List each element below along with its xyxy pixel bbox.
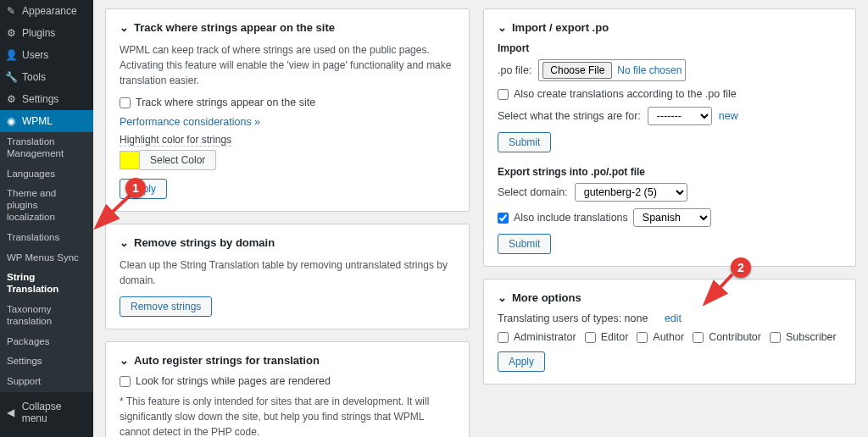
role-administrator[interactable]: Administrator: [498, 331, 576, 343]
sidebar-item-settings[interactable]: ⚙Settings: [0, 88, 93, 110]
auto-checkbox-row[interactable]: Look for strings while pages are rendere…: [120, 375, 455, 387]
box-title[interactable]: ⌄Remove strings by domain: [120, 236, 455, 249]
submenu-item-languages[interactable]: Languages: [0, 164, 93, 185]
users-icon: 👤: [5, 49, 17, 61]
import-export-box: ⌄Import / export .po Import .po file: Ch…: [483, 8, 856, 267]
color-swatch: [120, 151, 140, 169]
auto-checkbox[interactable]: [120, 376, 131, 387]
more-options-box: ⌄More options Translating users of types…: [483, 279, 856, 384]
role-checkbox-author[interactable]: [637, 332, 648, 343]
role-checkbox-editor[interactable]: [585, 332, 596, 343]
also-create-label: Also create translations according to th…: [514, 88, 737, 100]
chevron-down-icon: ⌄: [120, 236, 129, 249]
role-editor[interactable]: Editor: [585, 331, 629, 343]
po-file-label: .po file:: [498, 64, 531, 76]
marker-1: 1: [125, 178, 146, 198]
role-subscriber[interactable]: Subscriber: [770, 331, 837, 343]
chevron-down-icon: ⌄: [120, 21, 129, 34]
submenu-item-theme-and-plugins-localization[interactable]: Theme and plugins localization: [0, 184, 93, 227]
perf-link[interactable]: Performance considerations »: [120, 116, 260, 128]
box-title[interactable]: ⌄More options: [498, 291, 842, 304]
role-label: Subscriber: [786, 331, 837, 343]
track-checkbox-label: Track where strings appear on the site: [136, 97, 315, 108]
submenu-item-translation-management[interactable]: Translation Management: [0, 132, 93, 164]
export-section-label: Export strings into .po/.pot file: [498, 166, 842, 178]
role-label: Contributor: [709, 331, 761, 343]
remove-desc: Clean up the String Translation table by…: [120, 257, 455, 288]
appearance-icon: ✎: [5, 5, 17, 17]
lang-dropdown[interactable]: Spanish: [633, 208, 711, 227]
role-label: Administrator: [514, 331, 576, 343]
admin-sidebar: ✎Appearance⚙Plugins👤Users🔧Tools⚙Settings…: [0, 0, 93, 437]
track-desc: WPML can keep track of where strings are…: [120, 42, 455, 88]
remove-strings-button[interactable]: Remove strings: [120, 296, 212, 317]
edit-link[interactable]: edit: [665, 313, 682, 324]
choose-file-button[interactable]: Choose File: [542, 62, 612, 79]
collapse-menu[interactable]: ◀ Collapse menu: [0, 396, 93, 429]
auto-register-box: ⌄Auto register strings for translation L…: [105, 341, 470, 437]
role-label: Author: [653, 331, 684, 343]
sidebar-item-users[interactable]: 👤Users: [0, 44, 93, 66]
submenu-item-settings[interactable]: Settings: [0, 351, 93, 372]
box-title[interactable]: ⌄Import / export .po: [498, 21, 842, 34]
submit-import-button[interactable]: Submit: [498, 132, 551, 152]
remove-strings-box: ⌄Remove strings by domain Clean up the S…: [105, 224, 470, 329]
roles-row: AdministratorEditorAuthorContributorSubs…: [498, 331, 842, 343]
translating-label: Translating users of types: none: [498, 313, 648, 324]
role-checkbox-subscriber[interactable]: [770, 332, 781, 343]
auto-note: * This feature is only intended for site…: [120, 394, 455, 437]
collapse-icon: ◀: [5, 407, 17, 418]
track-strings-box: ⌄Track where strings appear on the site …: [105, 8, 470, 212]
wpml-icon: ◉: [5, 115, 17, 127]
sidebar-item-wpml[interactable]: ◉ WPML: [0, 110, 93, 132]
select-color-button[interactable]: Select Color: [140, 150, 216, 170]
track-checkbox-row[interactable]: Track where strings appear on the site: [120, 97, 455, 108]
collapse-label: Collapse menu: [22, 401, 88, 424]
tools-icon: 🔧: [5, 71, 17, 83]
highlight-label: Highlight color for strings: [120, 134, 231, 147]
also-create-row[interactable]: Also create translations according to th…: [498, 88, 842, 100]
submit-export-button[interactable]: Submit: [498, 234, 551, 254]
marker-2: 2: [731, 257, 751, 278]
select-what-label: Select what the strings are for:: [498, 110, 641, 122]
sidebar-label: Users: [22, 49, 48, 61]
role-checkbox-contributor[interactable]: [693, 332, 704, 343]
chevron-down-icon: ⌄: [498, 291, 507, 304]
submenu-item-translations[interactable]: Translations: [0, 228, 93, 248]
submenu-item-taxonomy-translation[interactable]: Taxonomy translation: [0, 300, 93, 332]
select-domain-dropdown[interactable]: gutenberg-2 (5): [575, 183, 687, 202]
track-checkbox[interactable]: [120, 97, 131, 108]
sidebar-label: Appearance: [22, 5, 77, 17]
submenu-item-string-translation[interactable]: String Translation: [0, 268, 93, 300]
sidebar-item-plugins[interactable]: ⚙Plugins: [0, 22, 93, 44]
box-title[interactable]: ⌄Track where strings appear on the site: [120, 21, 455, 34]
box-title[interactable]: ⌄Auto register strings for translation: [120, 354, 455, 367]
role-label: Editor: [601, 331, 629, 343]
also-include-row[interactable]: Also include translations Spanish: [498, 208, 842, 227]
sidebar-label: WPML: [22, 115, 53, 127]
also-create-checkbox[interactable]: [498, 89, 509, 100]
sidebar-label: Plugins: [22, 27, 55, 39]
also-include-checkbox[interactable]: [498, 213, 509, 224]
submenu-item-support[interactable]: Support: [0, 372, 93, 392]
file-input-wrap: Choose File No file chosen: [538, 59, 686, 81]
new-link[interactable]: new: [719, 110, 738, 122]
role-checkbox-administrator[interactable]: [498, 332, 509, 343]
submenu-item-packages[interactable]: Packages: [0, 332, 93, 352]
role-author[interactable]: Author: [637, 331, 684, 343]
no-file-label: No file chosen: [617, 64, 682, 76]
wpml-submenu: Translation ManagementLanguagesTheme and…: [0, 132, 93, 392]
submenu-item-wp-menus-sync[interactable]: WP Menus Sync: [0, 248, 93, 268]
plugins-icon: ⚙: [5, 27, 17, 39]
chevron-down-icon: ⌄: [120, 354, 129, 367]
role-contributor[interactable]: Contributor: [693, 331, 761, 343]
also-include-label: Also include translations: [514, 212, 628, 224]
sidebar-item-tools[interactable]: 🔧Tools: [0, 66, 93, 88]
select-domain-label: Select domain:: [498, 186, 568, 198]
chevron-down-icon: ⌄: [498, 21, 507, 34]
apply-more-button[interactable]: Apply: [498, 351, 545, 372]
main-content: ⌄Track where strings appear on the site …: [93, 0, 868, 437]
select-what-dropdown[interactable]: -------: [648, 107, 712, 125]
import-section-label: Import: [498, 42, 842, 54]
sidebar-item-appearance[interactable]: ✎Appearance: [0, 0, 93, 22]
